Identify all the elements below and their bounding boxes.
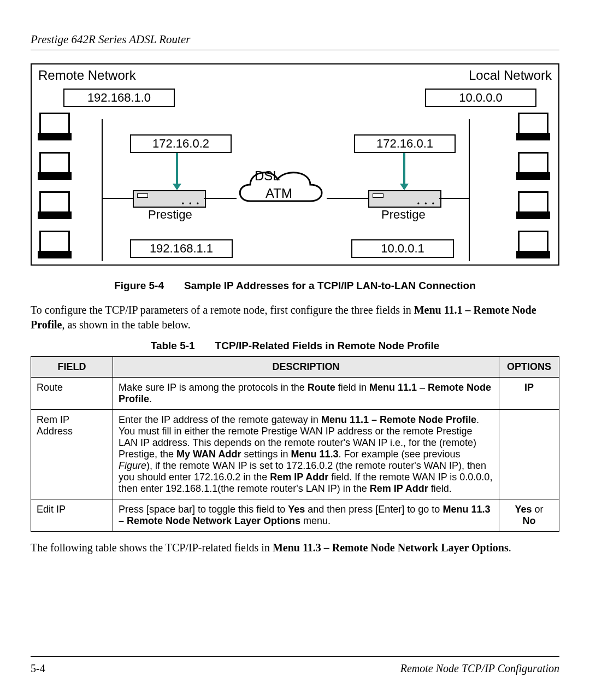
local-wan-ip: 172.16.0.1 [354,134,456,153]
cell-options [499,410,559,499]
remote-network-title: Remote Network [38,68,136,83]
section-title: Remote Node TCP/IP Configuration [400,662,559,675]
cell-options: IP [499,378,559,410]
local-host-ip: 10.0.0.1 [351,239,454,258]
laptop-icon [518,231,548,255]
remote-wan-ip: 172.16.0.2 [130,134,232,153]
arrow-icon [403,153,405,189]
fields-table: FIELD DESCRIPTION OPTIONS RouteMake sure… [31,356,559,532]
cell-description: Press [space bar] to toggle this field t… [113,499,499,532]
table-row: RouteMake sure IP is among the protocols… [31,378,559,410]
cloud-label-top: DSL [255,168,280,184]
outro-paragraph: The following table shows the TCP/IP-rel… [31,540,559,555]
figure-caption: Figure 5-4 Sample IP Addresses for a TCP… [31,280,559,292]
text: , as shown in the table below. [62,319,190,331]
wire [204,198,237,199]
page: Prestige 642R Series ADSL Router Remote … [0,0,590,700]
remote-subnet-ip: 192.168.1.0 [63,89,175,107]
text: To configure the TCP/IP parameters of a … [31,304,414,316]
laptop-icon [518,152,548,176]
table-row: Rem IP AddressEnter the IP address of th… [31,410,559,499]
wire [103,198,133,199]
laptop-icon [39,113,70,137]
figure-number: Figure 5-4 [114,280,164,291]
table-title: TCP/IP-Related Fields in Remote Node Pro… [215,340,440,351]
col-options: OPTIONS [499,357,559,378]
cell-description: Enter the IP address of the remote gatew… [113,410,499,499]
cloud-label-bottom: ATM [266,186,292,201]
router-icon [368,190,441,208]
network-diagram: Remote Network Local Network 192.168.1.0… [31,63,559,266]
laptop-icon [518,113,548,137]
table-number: Table 5-1 [151,340,195,351]
text: . [509,542,511,554]
laptop-icon [518,191,548,215]
router-icon [133,190,206,208]
figure-title: Sample IP Addresses for a TCPI/IP LAN-to… [184,280,476,291]
page-footer: 5-4 Remote Node TCP/IP Configuration [31,656,559,675]
remote-host-ip: 192.168.1.1 [130,239,233,258]
laptop-icon [39,231,70,255]
table-header-row: FIELD DESCRIPTION OPTIONS [31,357,559,378]
cell-field: Rem IP Address [31,410,113,499]
local-subnet-ip: 10.0.0.0 [425,89,536,107]
cell-description: Make sure IP is among the protocols in t… [113,378,499,410]
table-row: Edit IPPress [space bar] to toggle this … [31,499,559,532]
bus-line [102,119,103,261]
bus-line [469,119,470,261]
wire [439,198,469,199]
router-label-left: Prestige [148,208,192,222]
router-label-right: Prestige [381,208,426,222]
text: The following table shows the TCP/IP-rel… [31,542,273,554]
table-caption: Table 5-1 TCP/IP-Related Fields in Remot… [31,340,559,352]
cell-options: Yes orNo [499,499,559,532]
menu-ref: Menu 11.3 – Remote Node Network Layer Op… [273,542,509,554]
local-network-title: Local Network [469,68,552,83]
cell-field: Route [31,378,113,410]
laptop-icon [39,191,70,215]
cell-field: Edit IP [31,499,113,532]
col-field: FIELD [31,357,113,378]
wire [327,198,368,199]
arrow-icon [176,153,178,189]
intro-paragraph: To configure the TCP/IP parameters of a … [31,303,559,332]
running-head: Prestige 642R Series ADSL Router [31,33,559,50]
col-desc: DESCRIPTION [113,357,499,378]
laptop-icon [39,152,70,176]
page-number: 5-4 [31,662,45,675]
